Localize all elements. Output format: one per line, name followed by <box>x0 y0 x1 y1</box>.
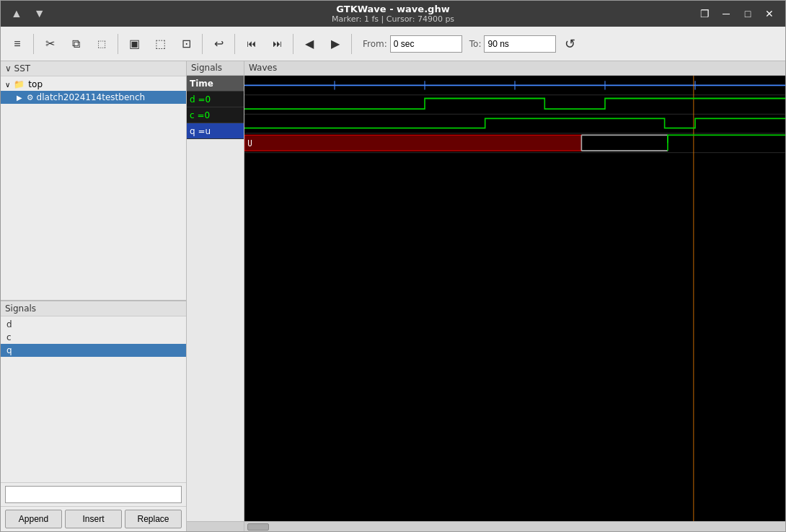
append-btn[interactable]: Append <box>5 510 62 528</box>
waves-body: Time d =0 c =0 q =u <box>187 76 785 521</box>
sep4 <box>234 34 235 54</box>
time-range: From: To: <box>358 35 556 53</box>
sst-title: SST <box>14 63 31 74</box>
cut-btn[interactable]: ✂ <box>37 32 62 56</box>
signal-label-c: c <box>6 332 12 342</box>
close-btn[interactable]: ✕ <box>759 5 780 22</box>
signal-row-time: Time <box>187 76 244 92</box>
sep1 <box>33 34 34 54</box>
signal-label-q: q <box>6 345 12 355</box>
expand-arrow-top: ∨ <box>5 81 10 89</box>
app-title: GTKWave - wave.ghw <box>332 4 454 14</box>
signal-row-c: c =0 <box>187 107 244 123</box>
sep5 <box>293 34 293 54</box>
select-rect-icon: ⬚ <box>155 37 166 50</box>
waves-col-header: Waves <box>244 61 785 75</box>
signals-col-scrollbar <box>187 521 244 531</box>
arrow-down-btn[interactable]: ▼ <box>30 4 50 23</box>
bottom-buttons: Append Insert Replace <box>1 506 186 531</box>
left-panel: ∨ SST ∨ 📁 top ▶ ⚙ dlatch2024114testbench <box>1 61 187 531</box>
signals-name-col: Time d =0 c =0 q =u <box>187 76 244 521</box>
tree-item-top[interactable]: ∨ 📁 top <box>1 78 186 91</box>
sst-section: ∨ SST ∨ 📁 top ▶ ⚙ dlatch2024114testbench <box>1 61 186 301</box>
signal-item-d[interactable]: d <box>1 318 186 331</box>
signals-list: d c q <box>1 316 186 482</box>
tree-item-label-top: top <box>28 79 43 89</box>
signals-section-header: Signals <box>1 301 186 316</box>
signal-name-time: Time <box>190 79 213 89</box>
svg-rect-12 <box>244 135 581 151</box>
zoom-fit-btn[interactable]: ⊡ <box>174 32 198 56</box>
signal-name-q: q =u <box>190 126 211 136</box>
scrollbar-row <box>187 521 785 531</box>
copy-icon: ⧉ <box>72 37 80 50</box>
select-rect-btn[interactable]: ⬚ <box>148 32 172 56</box>
copy-btn[interactable]: ⧉ <box>63 32 88 56</box>
tree-item-dlatch[interactable]: ▶ ⚙ dlatch2024114testbench <box>1 91 186 104</box>
signal-item-q[interactable]: q <box>1 344 186 357</box>
cut-icon: ✂ <box>45 37 55 50</box>
scrollbar-thumb[interactable] <box>247 523 269 531</box>
jump-start-btn[interactable]: ⏮ <box>239 32 263 56</box>
undo-btn[interactable]: ↩ <box>206 32 231 56</box>
search-bar <box>1 482 186 506</box>
right-panel: Signals Waves Time d =0 c =0 <box>187 61 785 531</box>
arrow-up-btn[interactable]: ▲ <box>6 4 27 23</box>
undo-icon: ↩ <box>214 37 224 50</box>
replace-btn[interactable]: Replace <box>125 510 182 528</box>
signal-name-d: d =0 <box>190 94 211 105</box>
main-content: ∨ SST ∨ 📁 top ▶ ⚙ dlatch2024114testbench <box>1 61 785 531</box>
paste-icon: ⬚ <box>97 38 106 49</box>
paste-btn[interactable]: ⬚ <box>89 32 114 56</box>
to-label: To: <box>469 39 482 49</box>
waves-header-row: Signals Waves <box>187 61 785 76</box>
minimize-btn[interactable]: ─ <box>716 5 736 22</box>
jump-end-btn[interactable]: ⏭ <box>265 32 289 56</box>
titlebar-left: ▲ ▼ <box>6 4 50 23</box>
toolbar: ≡ ✂ ⧉ ⬚ ▣ ⬚ ⊡ ↩ ⏮ ⏭ ◀ ▶ Fr <box>1 27 785 61</box>
select-all-icon: ▣ <box>129 37 140 50</box>
signal-item-c[interactable]: c <box>1 331 186 344</box>
restore-btn[interactable]: ❐ <box>694 5 715 22</box>
svg-text:U: U <box>247 138 252 149</box>
waveform-svg: U <box>244 76 785 521</box>
maximize-btn[interactable]: □ <box>738 5 758 22</box>
signals-section: Signals d c q Append I <box>1 301 186 531</box>
search-input[interactable] <box>5 486 182 503</box>
signal-row-d: d =0 <box>187 92 244 107</box>
titlebar-right: ❐ ─ □ ✕ <box>694 5 780 22</box>
reload-btn[interactable]: ↺ <box>557 32 582 56</box>
signals-col-header: Signals <box>187 61 244 75</box>
waves-scrollbar-h[interactable] <box>244 521 785 531</box>
select-all-btn[interactable]: ▣ <box>122 32 146 56</box>
signal-name-c: c =0 <box>190 110 210 120</box>
sst-collapse-icon: ∨ <box>5 63 14 74</box>
from-label: From: <box>363 39 387 49</box>
expand-arrow-dlatch: ▶ <box>17 94 22 102</box>
main-window: ▲ ▼ GTKWave - wave.ghw Marker: 1 fs | Cu… <box>0 0 786 532</box>
sst-header: ∨ SST <box>1 61 186 76</box>
sep2 <box>118 34 118 54</box>
zoom-fit-icon: ⊡ <box>182 37 191 50</box>
reload-icon: ↺ <box>565 36 575 52</box>
sep6 <box>351 34 352 54</box>
from-input[interactable] <box>390 35 462 53</box>
titlebar: ▲ ▼ GTKWave - wave.ghw Marker: 1 fs | Cu… <box>1 1 785 27</box>
signal-row-q: q =u <box>187 123 244 139</box>
tree-item-label-dlatch: dlatch2024114testbench <box>37 92 146 102</box>
menu-icon: ≡ <box>14 37 20 50</box>
waves-area[interactable]: U <box>244 76 785 521</box>
module-icon: ⚙ <box>27 93 34 102</box>
signal-label-d: d <box>6 319 12 329</box>
marker-info: Marker: 1 fs | Cursor: 74900 ps <box>332 14 454 24</box>
to-input[interactable] <box>484 35 556 53</box>
prev-btn[interactable]: ◀ <box>297 32 322 56</box>
svg-rect-14 <box>581 135 668 151</box>
sst-tree: ∨ 📁 top ▶ ⚙ dlatch2024114testbench <box>1 76 186 105</box>
menu-btn[interactable]: ≡ <box>5 32 30 56</box>
folder-icon: 📁 <box>14 79 25 89</box>
sep3 <box>202 34 203 54</box>
insert-btn[interactable]: Insert <box>65 510 122 528</box>
titlebar-center: GTKWave - wave.ghw Marker: 1 fs | Cursor… <box>332 4 454 24</box>
next-btn[interactable]: ▶ <box>323 32 348 56</box>
